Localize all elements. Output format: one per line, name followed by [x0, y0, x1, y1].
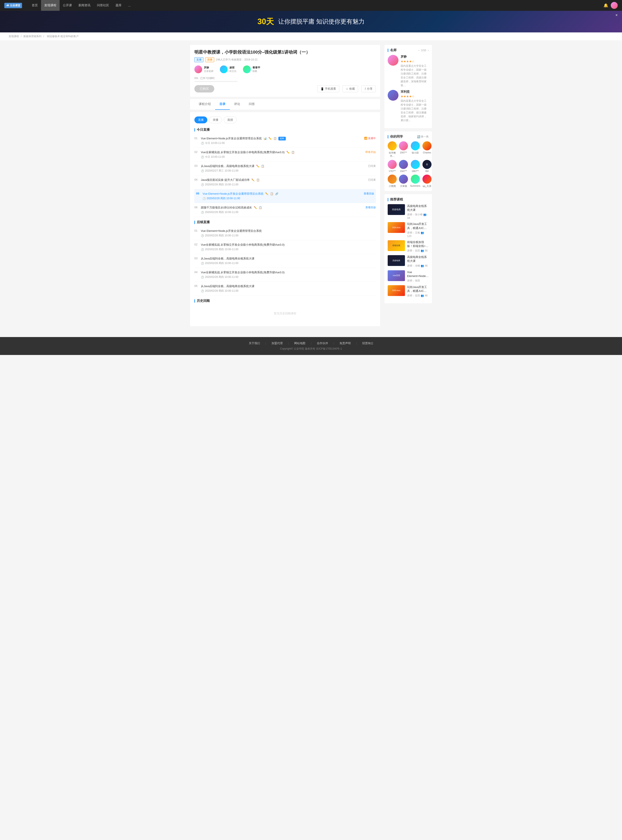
future-lesson-01: 01 Vue Element+Node.js开发企业通用管理后台系统 🕐 202… [194, 226, 376, 240]
breadcrumb-series[interactable]: 新媒体营销系列 [23, 35, 41, 38]
sub-tab-face[interactable]: 面授 [224, 116, 237, 124]
btn-collect[interactable]: ☆ 收藏 [343, 86, 358, 92]
classmate-1767[interactable]: 1767** [388, 160, 397, 173]
lesson-time-01: 🕐 今日 10:00-11:00 [201, 141, 362, 145]
classmate-horse[interactable]: 大笨狼 [399, 174, 408, 188]
classmate-1567a[interactable]: 1567** [399, 141, 408, 158]
edit-icon-05[interactable]: ✏️ [265, 192, 268, 195]
edit-icon-06[interactable]: ✏️ [254, 206, 257, 209]
breadcrumb-discover[interactable]: 发现课程 [9, 35, 19, 38]
banner-text: 让你摆脱平庸 知识使你更有魅力 [278, 17, 364, 26]
footer-sitemap[interactable]: 网站地图 [294, 341, 305, 345]
nav-qa[interactable]: 问答社区 [94, 0, 112, 11]
teachers-prev[interactable]: ‹ [419, 49, 419, 52]
material-tag-01[interactable]: 资料 [278, 137, 286, 141]
copy-icon-05[interactable]: 📋 [270, 192, 273, 195]
promotional-banner: 30天 让你摆脱平庸 知识使你更有魅力 × [0, 11, 622, 32]
future-time-02: 🕐 2020/02/26 周四 10:00-11:00 [201, 247, 376, 251]
classmate-qq[interactable]: qq_天涯 [422, 174, 431, 188]
tab-qa[interactable]: 问答 [244, 99, 259, 110]
recommended-header: 推荐课程 [388, 197, 429, 202]
classmate-1567b[interactable]: 1567** [399, 160, 408, 173]
nav-home[interactable]: 首页 [29, 0, 41, 11]
recommended-card: 推荐课程 高级电商 高级电商全线系统大课 讲师：张小锋 👥 34 玩转Java … [384, 194, 432, 303]
clock-icon: 🕐 [201, 183, 204, 186]
classmate-chem[interactable]: 化学教书… [388, 141, 397, 158]
mobile-icon: 📱 [320, 87, 324, 90]
teacher-card-name-luojing: 罗静 [401, 55, 429, 59]
edit-icon-03[interactable]: ✏️ [256, 165, 259, 168]
tab-catalog[interactable]: 目录 [215, 99, 230, 110]
lesson-title-06: 跟随千万级项目从0到100全过程高效成长 ✏️ 📋 [201, 206, 363, 209]
edit-icon-04[interactable]: ✏️ [252, 179, 255, 182]
lesson-link-05[interactable]: Vue Element+Node.js开发企业通用管理后台系统 [203, 192, 264, 196]
classmate-avatar-zxt [411, 141, 420, 150]
classmate-name-horse: 大笨狼 [400, 185, 407, 188]
rec-meta-4: 讲师：冷峰 👥 46 [407, 264, 429, 268]
sub-tab-live[interactable]: 直播 [194, 116, 207, 124]
footer-about[interactable]: 关于我们 [249, 341, 260, 345]
copy-icon-03[interactable]: 📋 [261, 165, 264, 168]
clock-icon: 🕐 [201, 211, 204, 214]
tab-intro[interactable]: 课程介绍 [194, 99, 215, 110]
logo[interactable]: ☁️ 云朵课堂 [4, 3, 22, 8]
footer-disclaimer[interactable]: 免责声明 [340, 341, 351, 345]
bar-chart-icon-01: 📊 [264, 137, 267, 140]
nav-news[interactable]: 新闻资讯 [75, 0, 94, 11]
rec-item-4[interactable]: 高级电商 高级电商全线系统大课 讲师：冷峰 👥 46 [388, 255, 429, 267]
btn-share[interactable]: ⤴ 分享 [361, 86, 376, 92]
lesson-title-04: Java项目面试实操 提升大厂面试成功率 ✏️ 📋 [201, 178, 366, 182]
lesson-title-01: Vue Element+Node.js开发企业通用管理后台系统 📊 ✏️ 📋 资… [201, 136, 362, 141]
notification-bell[interactable]: 🔔 [604, 3, 608, 8]
teacher-card-luojing: 罗静 ★★★★☆ 国内某重点大学安全工程专业硕士，国家一级注册消防工程师、注册安… [388, 55, 429, 87]
sub-tab-record[interactable]: 录播 [209, 116, 222, 124]
copy-icon-01[interactable]: 📋 [273, 137, 277, 140]
btn-bought[interactable]: 已购买 [194, 85, 214, 92]
tab-review[interactable]: 评论 [230, 99, 244, 110]
classmates-header: 你的同学 🔄 换一换 [388, 134, 429, 139]
banner-close-button[interactable]: × [615, 13, 618, 17]
classmate-1867[interactable]: 1867** [410, 160, 420, 173]
refresh-label: 换一换 [421, 135, 429, 139]
rec-item-1[interactable]: 高级电商 高级电商全线系统大课 讲师：张小锋 👥 34 [388, 204, 429, 220]
nav-discover[interactable]: 发现课程 [41, 0, 59, 11]
future-time-03: 🕐 2020/02/26 周四 10:00-11:00 [201, 261, 376, 265]
edit-icon-01[interactable]: ✏️ [268, 137, 272, 140]
lesson-status-06[interactable]: 查看回放 [363, 206, 376, 209]
footer-jobs[interactable]: 招贤纳士 [362, 341, 374, 345]
teacher-card-avatar-luojing[interactable] [388, 55, 398, 66]
footer-partners[interactable]: 合作伙伴 [317, 341, 328, 345]
btn-mobile-watch[interactable]: 📱 手机观看 [317, 86, 339, 92]
lesson-status-05[interactable]: 查看回放 [361, 192, 374, 195]
copy-icon-04[interactable]: 📋 [256, 179, 259, 182]
link-icon-05[interactable]: 🔗 [275, 192, 278, 195]
teacher-card-avatar-songlijian[interactable] [388, 90, 398, 101]
classmate-summers[interactable]: Summers [410, 174, 420, 188]
classmate-name-summers: Summers [410, 185, 420, 187]
sidebar: 名师 ‹ 1/10 › 罗静 ★★★★☆ 国内某重点大学安全工程专业硕士，国家一… [384, 45, 432, 326]
refresh-classmates-button[interactable]: 🔄 换一换 [417, 135, 429, 139]
logo-text: ☁️ 云朵课堂 [4, 3, 22, 8]
footer-franchise[interactable]: 加盟代理 [271, 341, 283, 345]
rec-item-6[interactable]: 玩转Java 玩转Java开发工具，精通JUC，成为开发多面手 讲师：岳田 👥 … [388, 285, 429, 298]
copy-icon-06[interactable]: 📋 [259, 206, 262, 209]
rec-title-5: Vue Element+Node.js开发企业通用管理后台系统 [407, 270, 429, 278]
classmate-zxt[interactable]: 张小田 [410, 141, 420, 158]
rec-item-3[interactable]: 前端全栈 前端全栈加强版！前端全线+全周期+多端应用 讲师：岳田 👥 56 [388, 240, 429, 252]
rec-item-2[interactable]: 玩转Java 玩转Java开发工具，精通JUC，成为开发多面手 讲师：王栋 👥 … [388, 222, 429, 237]
classmate-charles[interactable]: Charles [422, 141, 431, 158]
classmate-bill[interactable]: B Bill [422, 160, 431, 173]
user-avatar[interactable] [611, 2, 618, 9]
nav-exercises[interactable]: 题库 [112, 0, 125, 11]
today-live-title: 今日直播 [194, 128, 376, 132]
classmate-bear[interactable]: 小熊熊 [388, 174, 397, 188]
edit-icon-02[interactable]: ✏️ [287, 151, 290, 154]
nav-open[interactable]: 公开课 [59, 0, 75, 11]
classmate-name-bill: Bill [425, 170, 429, 173]
teachers-next[interactable]: › [428, 49, 429, 52]
lesson-num-05: 05 [196, 192, 203, 195]
rec-item-5[interactable]: Vue管理 Vue Element+Node.js开发企业通用管理后台系统 讲师… [388, 270, 429, 283]
nav-more[interactable]: ... [125, 0, 134, 11]
copy-icon-02[interactable]: 📋 [291, 151, 294, 154]
rec-title-3: 前端全栈加强版！前端全线+全周期+多端应用 [407, 240, 429, 248]
